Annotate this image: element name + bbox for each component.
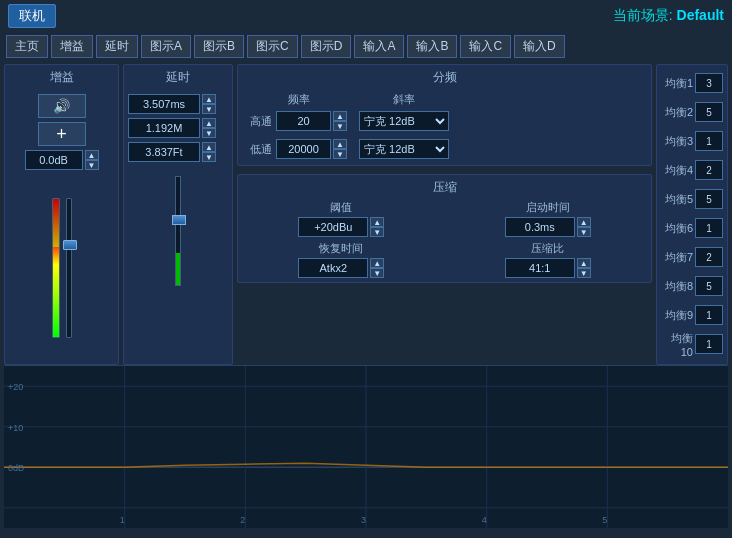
- release-input[interactable]: [298, 258, 368, 278]
- lp-slope-row: 宁克 12dB 宁克 24dB 巴特 12dB 巴特 24dB: [359, 139, 449, 159]
- nav-inputB[interactable]: 输入B: [407, 35, 457, 58]
- nav-diagD[interactable]: 图示D: [301, 35, 352, 58]
- crossover-title: 分频: [242, 69, 647, 86]
- eq-label-9: 均衡9: [661, 308, 693, 323]
- gain-fader-track[interactable]: [66, 198, 72, 338]
- eq-input-4[interactable]: [695, 160, 723, 180]
- delay-ft-up[interactable]: ▲: [202, 142, 216, 152]
- gain-level-track: [52, 198, 60, 338]
- delay-ms-input[interactable]: [128, 94, 200, 114]
- eq-input-6[interactable]: [695, 218, 723, 238]
- delay-row-3: ▲ ▼: [128, 142, 228, 162]
- delay-row-2: ▲ ▼: [128, 118, 228, 138]
- delay-fader-thumb[interactable]: [172, 215, 186, 225]
- plus-button[interactable]: +: [38, 122, 86, 146]
- middle-panels: 分频 频率 高通 ▲ ▼ 低通: [237, 64, 652, 365]
- threshold-field: 阈值 ▲ ▼: [242, 200, 441, 237]
- eq-row-6: 均衡6: [661, 214, 723, 242]
- hp-freq-row: 高通 ▲ ▼: [250, 111, 347, 131]
- nav-inputA[interactable]: 输入A: [354, 35, 404, 58]
- delay-fader-track[interactable]: [175, 176, 181, 286]
- hp-freq-input[interactable]: [276, 111, 331, 131]
- delay-fader-fill: [176, 253, 180, 285]
- hp-freq-up[interactable]: ▲: [333, 111, 347, 121]
- hp-freq-down[interactable]: ▼: [333, 121, 347, 131]
- eq-input-9[interactable]: [695, 305, 723, 325]
- delay-ms-down[interactable]: ▼: [202, 104, 216, 114]
- hp-slope-select[interactable]: 宁克 12dB 宁克 24dB 巴特 12dB 巴特 24dB: [359, 111, 449, 131]
- attack-input[interactable]: [505, 217, 575, 237]
- main-content: 增益 🔊 + ▲ ▼ 延时 ▲ ▼: [0, 60, 732, 365]
- delay-ft-input[interactable]: [128, 142, 200, 162]
- eq-label-6: 均衡6: [661, 221, 693, 236]
- gain-fader-container: [52, 178, 72, 338]
- nav-gain[interactable]: 增益: [51, 35, 93, 58]
- eq-label-3: 均衡3: [661, 134, 693, 149]
- nav-diagB[interactable]: 图示B: [194, 35, 244, 58]
- lp-freq-up[interactable]: ▲: [333, 139, 347, 149]
- eq-input-10[interactable]: [695, 334, 723, 354]
- speaker-button[interactable]: 🔊: [38, 94, 86, 118]
- ratio-label: 压缩比: [449, 241, 648, 256]
- ratio-input-row: ▲ ▼: [449, 258, 648, 278]
- delay-row-1: ▲ ▼: [128, 94, 228, 114]
- threshold-up[interactable]: ▲: [370, 217, 384, 227]
- slope-section: 斜率 宁克 12dB 宁克 24dB 巴特 12dB 巴特 24dB 宁克 12…: [359, 92, 449, 159]
- threshold-input[interactable]: [298, 217, 368, 237]
- eq-row-1: 均衡1: [661, 69, 723, 97]
- svg-text:+10: +10: [8, 423, 23, 433]
- compress-panel: 压缩 阈值 ▲ ▼ 启动时间: [237, 174, 652, 283]
- eq-input-2[interactable]: [695, 102, 723, 122]
- eq-input-3[interactable]: [695, 131, 723, 151]
- nav-inputD[interactable]: 输入D: [514, 35, 565, 58]
- delay-m-up[interactable]: ▲: [202, 118, 216, 128]
- eq-row-3: 均衡3: [661, 127, 723, 155]
- gain-fader-thumb[interactable]: [63, 240, 77, 250]
- nav-delay[interactable]: 延时: [96, 35, 138, 58]
- scene-label: 当前场景: Default: [613, 7, 724, 25]
- lp-freq-input[interactable]: [276, 139, 331, 159]
- nav-diagC[interactable]: 图示C: [247, 35, 298, 58]
- release-up[interactable]: ▲: [370, 258, 384, 268]
- lp-freq-down[interactable]: ▼: [333, 149, 347, 159]
- ratio-up[interactable]: ▲: [577, 258, 591, 268]
- online-button[interactable]: 联机: [8, 4, 56, 28]
- nav-home[interactable]: 主页: [6, 35, 48, 58]
- gain-panel: 增益 🔊 + ▲ ▼: [4, 64, 119, 365]
- attack-down[interactable]: ▼: [577, 227, 591, 237]
- db-spin-group: ▲ ▼: [85, 150, 99, 170]
- delay-ms-up[interactable]: ▲: [202, 94, 216, 104]
- delay-m-down[interactable]: ▼: [202, 128, 216, 138]
- attack-up[interactable]: ▲: [577, 217, 591, 227]
- gain-panel-title: 增益: [50, 69, 74, 86]
- delay-ft-down[interactable]: ▼: [202, 152, 216, 162]
- db-input[interactable]: [25, 150, 83, 170]
- delay-panel-title: 延时: [128, 69, 228, 86]
- eq-input-8[interactable]: [695, 276, 723, 296]
- nav-inputC[interactable]: 输入C: [460, 35, 511, 58]
- ratio-field: 压缩比 ▲ ▼: [449, 241, 648, 278]
- eq-row-8: 均衡8: [661, 272, 723, 300]
- delay-m-input[interactable]: [128, 118, 200, 138]
- scene-name: Default: [677, 7, 724, 23]
- eq-input-5[interactable]: [695, 189, 723, 209]
- gain-level-fill: [53, 247, 59, 337]
- nav-diagA[interactable]: 图示A: [141, 35, 191, 58]
- ratio-down[interactable]: ▼: [577, 268, 591, 278]
- db-spin-up[interactable]: ▲: [85, 150, 99, 160]
- lp-slope-select[interactable]: 宁克 12dB 宁克 24dB 巴特 12dB 巴特 24dB: [359, 139, 449, 159]
- threshold-down[interactable]: ▼: [370, 227, 384, 237]
- eq-label-8: 均衡8: [661, 279, 693, 294]
- eq-input-7[interactable]: [695, 247, 723, 267]
- attack-label: 启动时间: [449, 200, 648, 215]
- eq-input-1[interactable]: [695, 73, 723, 93]
- release-down[interactable]: ▼: [370, 268, 384, 278]
- eq-label-10: 均衡10: [661, 331, 693, 358]
- db-spin-down[interactable]: ▼: [85, 160, 99, 170]
- ratio-input[interactable]: [505, 258, 575, 278]
- compress-grid: 阈值 ▲ ▼ 启动时间 ▲: [242, 200, 647, 278]
- db-input-row: ▲ ▼: [25, 150, 99, 170]
- svg-text:+20: +20: [8, 382, 23, 392]
- eq-row-10: 均衡10: [661, 330, 723, 358]
- eq-label-7: 均衡7: [661, 250, 693, 265]
